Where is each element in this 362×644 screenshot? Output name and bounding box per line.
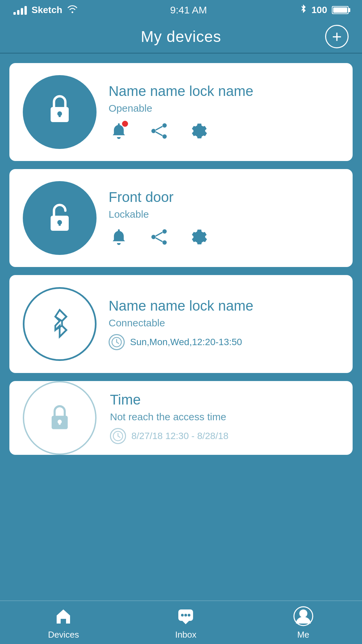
device-name-2: Front door: [109, 189, 339, 205]
wifi-icon: [67, 5, 78, 16]
device-card-4[interactable]: Time Not reach the access time 8/27/18 1…: [9, 381, 353, 455]
notification-button-2[interactable]: [109, 227, 129, 247]
svg-line-14: [156, 232, 162, 236]
notification-dot: [122, 121, 128, 127]
nav-label-devices: Devices: [48, 630, 79, 640]
profile-icon: [293, 605, 314, 627]
svg-rect-2: [59, 114, 61, 117]
svg-point-29: [299, 609, 307, 618]
svg-point-27: [184, 614, 187, 616]
nav-item-inbox[interactable]: Inbox: [175, 605, 196, 640]
time-label: 9:41 AM: [170, 4, 207, 16]
notification-button-1[interactable]: [109, 121, 129, 141]
unlocked-icon: [45, 201, 75, 235]
device-card-3[interactable]: Name name lock name Connectable Sun,Mon,…: [9, 275, 353, 373]
clock-icon-4: [110, 428, 126, 444]
settings-button-2[interactable]: [189, 227, 209, 247]
device-card-2[interactable]: Front door Lockable: [9, 169, 353, 267]
device-status-3: Connectable: [109, 317, 339, 329]
plus-icon: +: [332, 28, 342, 45]
device-avatar-3[interactable]: [23, 287, 97, 361]
page-header: My devices +: [0, 20, 362, 54]
battery-level: 100: [311, 5, 327, 15]
device-status-2: Lockable: [109, 209, 339, 220]
svg-rect-21: [59, 422, 60, 425]
svg-line-7: [156, 132, 162, 136]
svg-rect-10: [59, 222, 61, 226]
device-actions-2: [109, 227, 339, 247]
nav-label-inbox: Inbox: [175, 630, 196, 640]
settings-button-1[interactable]: [189, 121, 209, 141]
svg-line-24: [118, 436, 120, 437]
signal-icon: [13, 5, 27, 15]
svg-line-6: [156, 126, 162, 130]
status-left: Sketch: [13, 5, 78, 16]
locked-icon: [45, 92, 75, 132]
device-status-4: Not reach the access time: [110, 411, 339, 423]
svg-point-28: [188, 614, 190, 616]
bottom-nav: Devices Inbox Me: [0, 600, 362, 644]
carrier-label: Sketch: [32, 5, 62, 15]
device-avatar-4[interactable]: [23, 381, 97, 455]
nav-item-devices[interactable]: Devices: [48, 605, 79, 640]
bluetooth-device-icon: [46, 307, 73, 341]
chat-icon: [175, 605, 196, 627]
svg-point-5: [151, 129, 156, 133]
schedule-row-4: 8/27/18 12:30 - 8/28/18: [110, 428, 339, 444]
device-avatar-2[interactable]: [23, 181, 97, 255]
svg-line-18: [117, 342, 119, 343]
device-info-4: Time Not reach the access time 8/27/18 1…: [110, 392, 339, 444]
svg-point-26: [181, 614, 184, 616]
status-right: 100: [299, 4, 349, 16]
device-name-3: Name name lock name: [109, 298, 339, 314]
schedule-text-3: Sun,Mon,Wed,12:20-13:50: [130, 337, 242, 347]
locked-faded-icon: [46, 402, 73, 434]
device-status-1: Openable: [109, 103, 339, 114]
bluetooth-icon: [299, 4, 307, 16]
schedule-row-3: Sun,Mon,Wed,12:20-13:50: [109, 334, 339, 350]
svg-line-15: [156, 238, 162, 241]
page-title: My devices: [141, 28, 221, 46]
add-device-button[interactable]: +: [325, 25, 349, 48]
svg-point-11: [162, 229, 167, 233]
battery-icon: [332, 6, 349, 14]
share-button-2[interactable]: [149, 227, 169, 247]
device-info-3: Name name lock name Connectable Sun,Mon,…: [109, 298, 339, 350]
device-info-1: Name name lock name Openable: [109, 83, 339, 141]
clock-icon-3: [109, 334, 125, 350]
svg-point-3: [162, 123, 167, 127]
svg-point-4: [162, 134, 167, 139]
device-info-2: Front door Lockable: [109, 189, 339, 247]
svg-point-13: [151, 235, 156, 239]
home-icon: [53, 605, 74, 627]
device-actions-1: [109, 121, 339, 141]
device-name-1: Name name lock name: [109, 83, 339, 99]
device-card-1[interactable]: Name name lock name Openable: [9, 63, 353, 161]
schedule-text-4: 8/27/18 12:30 - 8/28/18: [131, 431, 229, 441]
nav-item-me[interactable]: Me: [293, 605, 314, 640]
device-name-4: Time: [110, 392, 339, 408]
main-content: Name name lock name Openable: [0, 54, 362, 600]
nav-label-me: Me: [297, 630, 309, 640]
status-bar: Sketch 9:41 AM 100: [0, 0, 362, 20]
device-avatar-1[interactable]: [23, 75, 97, 149]
share-button-1[interactable]: [149, 121, 169, 141]
svg-point-12: [162, 240, 167, 245]
